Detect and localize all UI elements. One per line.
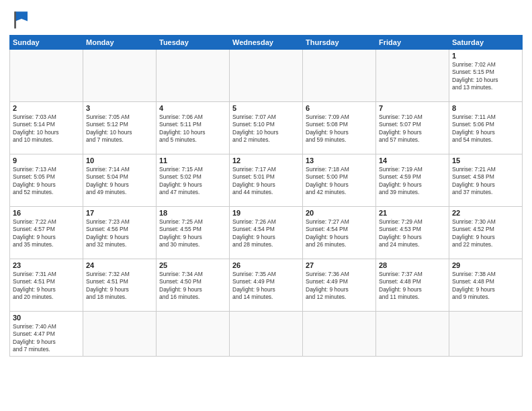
calendar-week-row: 16Sunrise: 7:22 AM Sunset: 4:57 PM Dayli… [10, 207, 523, 259]
calendar-cell: 26Sunrise: 7:35 AM Sunset: 4:49 PM Dayli… [230, 259, 303, 312]
calendar-cell: 22Sunrise: 7:30 AM Sunset: 4:52 PM Dayli… [449, 207, 523, 259]
calendar-cell: 5Sunrise: 7:07 AM Sunset: 5:10 PM Daylig… [230, 102, 303, 154]
weekday-header-saturday: Saturday [449, 36, 523, 50]
day-info: Sunrise: 7:32 AM Sunset: 4:51 PM Dayligh… [86, 271, 153, 302]
calendar-cell: 13Sunrise: 7:18 AM Sunset: 5:00 PM Dayli… [303, 154, 376, 207]
day-info: Sunrise: 7:13 AM Sunset: 5:05 PM Dayligh… [13, 166, 80, 197]
header [9, 7, 523, 31]
calendar-cell [157, 50, 230, 102]
day-number: 23 [13, 261, 80, 269]
day-info: Sunrise: 7:34 AM Sunset: 4:50 PM Dayligh… [159, 271, 226, 302]
day-number: 13 [306, 156, 373, 165]
calendar-cell: 20Sunrise: 7:27 AM Sunset: 4:54 PM Dayli… [303, 207, 376, 259]
day-info: Sunrise: 7:31 AM Sunset: 4:51 PM Dayligh… [13, 271, 80, 302]
day-number: 19 [232, 209, 300, 217]
calendar-cell: 2Sunrise: 7:03 AM Sunset: 5:14 PM Daylig… [10, 102, 83, 154]
day-number: 20 [306, 209, 373, 217]
day-info: Sunrise: 7:07 AM Sunset: 5:10 PM Dayligh… [232, 113, 300, 144]
day-number: 2 [13, 104, 80, 112]
weekday-header-row: SundayMondayTuesdayWednesdayThursdayFrid… [10, 36, 523, 50]
calendar-cell [10, 50, 83, 102]
day-number: 11 [159, 156, 226, 165]
day-info: Sunrise: 7:40 AM Sunset: 4:47 PM Dayligh… [13, 323, 80, 354]
day-info: Sunrise: 7:02 AM Sunset: 5:15 PM Dayligh… [452, 61, 519, 92]
calendar-cell: 19Sunrise: 7:26 AM Sunset: 4:54 PM Dayli… [230, 207, 303, 259]
calendar-cell: 29Sunrise: 7:38 AM Sunset: 4:48 PM Dayli… [449, 259, 523, 312]
calendar-cell [157, 312, 230, 357]
weekday-header-monday: Monday [83, 36, 157, 50]
day-number: 28 [379, 261, 446, 269]
day-number: 5 [232, 104, 300, 112]
day-number: 29 [452, 261, 519, 269]
weekday-header-sunday: Sunday [10, 36, 83, 50]
calendar-cell [230, 50, 303, 102]
day-info: Sunrise: 7:06 AM Sunset: 5:11 PM Dayligh… [159, 113, 226, 144]
calendar-cell: 17Sunrise: 7:23 AM Sunset: 4:56 PM Dayli… [83, 207, 157, 259]
calendar-cell [230, 312, 303, 357]
calendar-week-row: 1Sunrise: 7:02 AM Sunset: 5:15 PM Daylig… [10, 50, 523, 102]
calendar-cell: 1Sunrise: 7:02 AM Sunset: 5:15 PM Daylig… [449, 50, 523, 102]
day-info: Sunrise: 7:22 AM Sunset: 4:57 PM Dayligh… [13, 218, 80, 249]
day-info: Sunrise: 7:18 AM Sunset: 5:00 PM Dayligh… [306, 166, 373, 197]
calendar-cell [303, 50, 376, 102]
calendar-cell: 14Sunrise: 7:19 AM Sunset: 4:59 PM Dayli… [376, 154, 449, 207]
day-number: 7 [379, 104, 446, 112]
day-number: 27 [306, 261, 373, 269]
calendar-cell: 18Sunrise: 7:25 AM Sunset: 4:55 PM Dayli… [157, 207, 230, 259]
calendar-cell: 28Sunrise: 7:37 AM Sunset: 4:48 PM Dayli… [376, 259, 449, 312]
calendar-cell: 7Sunrise: 7:10 AM Sunset: 5:07 PM Daylig… [376, 102, 449, 154]
day-number: 8 [452, 104, 519, 112]
page: SundayMondayTuesdayWednesdayThursdayFrid… [0, 0, 532, 411]
calendar-week-row: 9Sunrise: 7:13 AM Sunset: 5:05 PM Daylig… [10, 154, 523, 207]
day-number: 26 [232, 261, 300, 269]
day-info: Sunrise: 7:03 AM Sunset: 5:14 PM Dayligh… [13, 113, 80, 144]
day-info: Sunrise: 7:14 AM Sunset: 5:04 PM Dayligh… [86, 166, 153, 197]
calendar-cell: 4Sunrise: 7:06 AM Sunset: 5:11 PM Daylig… [157, 102, 230, 154]
calendar-cell: 9Sunrise: 7:13 AM Sunset: 5:05 PM Daylig… [10, 154, 83, 207]
calendar-cell [376, 312, 449, 357]
day-info: Sunrise: 7:05 AM Sunset: 5:12 PM Dayligh… [86, 113, 153, 144]
calendar-cell: 30Sunrise: 7:40 AM Sunset: 4:47 PM Dayli… [10, 312, 83, 357]
weekday-header-wednesday: Wednesday [230, 36, 303, 50]
day-info: Sunrise: 7:10 AM Sunset: 5:07 PM Dayligh… [379, 113, 446, 144]
day-number: 10 [86, 156, 153, 165]
calendar-cell [303, 312, 376, 357]
day-number: 24 [86, 261, 153, 269]
day-number: 16 [13, 209, 80, 217]
day-info: Sunrise: 7:23 AM Sunset: 4:56 PM Dayligh… [86, 218, 153, 249]
calendar: SundayMondayTuesdayWednesdayThursdayFrid… [9, 35, 523, 357]
calendar-cell [83, 50, 157, 102]
day-number: 21 [379, 209, 446, 217]
calendar-cell: 8Sunrise: 7:11 AM Sunset: 5:06 PM Daylig… [449, 102, 523, 154]
calendar-cell: 15Sunrise: 7:21 AM Sunset: 4:58 PM Dayli… [449, 154, 523, 207]
day-number: 25 [159, 261, 226, 269]
day-info: Sunrise: 7:26 AM Sunset: 4:54 PM Dayligh… [232, 218, 300, 249]
calendar-cell [449, 312, 523, 357]
day-number: 9 [13, 156, 80, 165]
calendar-week-row: 2Sunrise: 7:03 AM Sunset: 5:14 PM Daylig… [10, 102, 523, 154]
day-number: 6 [306, 104, 373, 112]
calendar-cell: 16Sunrise: 7:22 AM Sunset: 4:57 PM Dayli… [10, 207, 83, 259]
weekday-header-friday: Friday [376, 36, 449, 50]
weekday-header-thursday: Thursday [303, 36, 376, 50]
calendar-cell: 6Sunrise: 7:09 AM Sunset: 5:08 PM Daylig… [303, 102, 376, 154]
calendar-cell: 24Sunrise: 7:32 AM Sunset: 4:51 PM Dayli… [83, 259, 157, 312]
day-info: Sunrise: 7:19 AM Sunset: 4:59 PM Dayligh… [379, 166, 446, 197]
calendar-cell: 25Sunrise: 7:34 AM Sunset: 4:50 PM Dayli… [157, 259, 230, 312]
calendar-cell: 10Sunrise: 7:14 AM Sunset: 5:04 PM Dayli… [83, 154, 157, 207]
day-number: 30 [13, 314, 80, 322]
day-info: Sunrise: 7:27 AM Sunset: 4:54 PM Dayligh… [306, 218, 373, 249]
calendar-week-row: 30Sunrise: 7:40 AM Sunset: 4:47 PM Dayli… [10, 312, 523, 357]
day-number: 15 [452, 156, 519, 165]
day-number: 14 [379, 156, 446, 165]
calendar-cell: 23Sunrise: 7:31 AM Sunset: 4:51 PM Dayli… [10, 259, 83, 312]
calendar-cell: 12Sunrise: 7:17 AM Sunset: 5:01 PM Dayli… [230, 154, 303, 207]
logo [9, 7, 36, 31]
calendar-cell: 3Sunrise: 7:05 AM Sunset: 5:12 PM Daylig… [83, 102, 157, 154]
calendar-cell [376, 50, 449, 102]
weekday-header-tuesday: Tuesday [157, 36, 230, 50]
day-info: Sunrise: 7:25 AM Sunset: 4:55 PM Dayligh… [159, 218, 226, 249]
day-info: Sunrise: 7:30 AM Sunset: 4:52 PM Dayligh… [452, 218, 519, 249]
day-info: Sunrise: 7:11 AM Sunset: 5:06 PM Dayligh… [452, 113, 519, 144]
calendar-cell: 27Sunrise: 7:36 AM Sunset: 4:49 PM Dayli… [303, 259, 376, 312]
